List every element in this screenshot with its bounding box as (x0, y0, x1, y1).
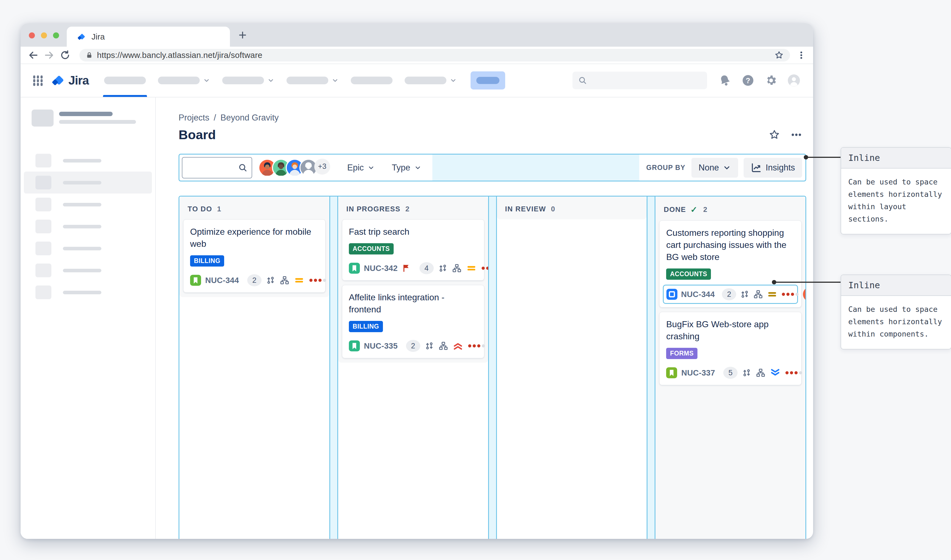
skeleton-bar (63, 225, 101, 228)
commits-icon (424, 341, 434, 351)
browser-toolbar: https://www.bancly.atlassian.net/jira/so… (21, 47, 813, 64)
board-column: IN PROGRESS2Fast trip searchACCOUNTSNUC-… (338, 197, 488, 539)
column-header: IN REVIEW0 (497, 197, 647, 219)
issue-label: BILLING (349, 321, 383, 332)
create-button-skeleton[interactable] (470, 71, 505, 89)
column-name: IN REVIEW (505, 205, 546, 213)
flag-icon (402, 263, 411, 273)
priority-lowest-icon (770, 367, 781, 378)
column-name: TO DO (188, 205, 212, 213)
skeleton-bar (158, 77, 200, 84)
sidebar-item-selected[interactable] (24, 172, 152, 194)
breadcrumb-projects-link[interactable]: Projects (179, 113, 209, 123)
sidebar-items (21, 149, 155, 303)
board-column: IN REVIEW0 (497, 197, 647, 539)
priority-medium-icon (466, 263, 477, 274)
browser-menu-icon[interactable] (797, 51, 806, 60)
board-search-input[interactable] (182, 157, 252, 178)
nav-skeleton-item[interactable] (405, 64, 457, 97)
zoom-window-button[interactable] (53, 32, 59, 38)
board-filter-bar: +3 Epic Type GROUP BY None (179, 154, 806, 182)
task-type-icon (666, 289, 677, 300)
issue-card[interactable]: BugFix BG Web-store app crashingFORMSNUC… (659, 312, 801, 385)
jira-favicon (77, 32, 86, 42)
star-board-icon[interactable] (768, 129, 780, 141)
global-search-input[interactable] (572, 72, 707, 89)
group-by-dropdown[interactable]: None (691, 158, 738, 178)
settings-gear-icon[interactable] (765, 74, 777, 87)
refresh-icon[interactable] (60, 50, 71, 61)
nav-skeleton-item[interactable] (158, 64, 210, 97)
forward-icon[interactable] (44, 50, 55, 61)
sidebar-item[interactable] (24, 282, 152, 303)
nav-skeleton-item[interactable] (104, 64, 146, 97)
issue-key: NUC-335 (364, 342, 398, 351)
done-check-icon: ✓ (690, 205, 698, 214)
issue-card[interactable]: Optimize experience for mobile webBILLIN… (183, 219, 325, 292)
commits-icon (740, 289, 750, 299)
skeleton-bar (351, 77, 393, 84)
sidebar-item[interactable] (24, 237, 152, 259)
column-header: DONE✓2 (655, 197, 805, 220)
back-icon[interactable] (28, 50, 39, 61)
project-header-skeleton (32, 109, 136, 126)
issue-label: ACCOUNTS (666, 268, 711, 280)
chevron-down-icon (203, 77, 210, 84)
issue-title: Affelite links integration - frontend (349, 291, 478, 315)
issue-key: NUC-344 (681, 290, 715, 299)
jira-logo[interactable]: Jira (51, 73, 89, 88)
column-gap-inline-highlight (329, 197, 338, 539)
issue-key: NUC-337 (681, 368, 715, 377)
sidebar-item[interactable] (24, 259, 152, 282)
issue-footer: NUC-3442 (190, 273, 319, 288)
nav-skeleton-item[interactable] (222, 64, 274, 97)
column-cards: Optimize experience for mobile webBILLIN… (179, 219, 329, 297)
browser-tab[interactable]: Jira (67, 27, 230, 47)
bookmark-star-icon[interactable] (774, 50, 784, 60)
help-icon[interactable]: ? (742, 74, 754, 87)
sidebar-item[interactable] (24, 215, 152, 237)
inline-space-highlight (432, 155, 639, 181)
app-switcher-icon[interactable] (32, 74, 44, 87)
board-column: TO DO1Optimize experience for mobile web… (179, 197, 329, 539)
issue-key: NUC-344 (205, 276, 239, 285)
subtasks-icon (452, 263, 462, 273)
issue-footer-inline-highlight: NUC-3442 (663, 285, 798, 304)
sidebar-item[interactable] (24, 194, 152, 215)
project-avatar-skeleton (32, 109, 54, 126)
issue-card[interactable]: Customers reporting shopping cart purcha… (659, 220, 801, 308)
nav-skeleton-item[interactable] (351, 64, 393, 97)
sidebar-item-icon-skeleton (35, 154, 51, 168)
window-controls (29, 32, 59, 38)
estimate-badge: 2 (722, 288, 736, 300)
board-page: Projects / Beyond Gravity Board (156, 97, 813, 539)
column-panel: DONE✓2Customers reporting shopping cart … (655, 197, 805, 539)
svg-text:?: ? (746, 77, 750, 85)
epic-filter-dropdown[interactable]: Epic (347, 163, 375, 173)
issue-label: ACCOUNTS (349, 243, 394, 254)
minimize-window-button[interactable] (41, 32, 47, 38)
breadcrumb-space-link[interactable]: Beyond Gravity (220, 113, 279, 123)
profile-avatar[interactable] (788, 74, 800, 86)
issue-card[interactable]: Fast trip searchACCOUNTSNUC-3424 (342, 219, 484, 280)
issue-title: Fast trip search (349, 226, 478, 238)
close-window-button[interactable] (29, 32, 35, 38)
appbar-nav (104, 64, 469, 97)
nav-skeleton-item[interactable] (287, 64, 339, 97)
insights-button[interactable]: Insights (744, 158, 802, 178)
sidebar-item[interactable] (24, 149, 152, 172)
estimate-badge: 4 (419, 262, 434, 274)
notifications-bell-icon[interactable] (718, 74, 731, 87)
issue-card[interactable]: Affelite links integration - frontendBIL… (342, 285, 484, 358)
sidebar-item-icon-skeleton (35, 286, 51, 299)
board-more-icon[interactable] (790, 129, 802, 141)
assignee-avatar[interactable] (803, 287, 806, 302)
address-bar[interactable]: https://www.bancly.atlassian.net/jira/so… (79, 49, 790, 62)
column-count: 2 (405, 205, 410, 213)
new-tab-button[interactable]: + (235, 27, 250, 43)
avatar-overflow-badge[interactable]: +3 (314, 158, 330, 175)
issue-title: Optimize experience for mobile web (190, 226, 319, 250)
column-header: IN PROGRESS2 (338, 197, 488, 219)
type-filter-dropdown[interactable]: Type (392, 163, 421, 173)
group-by-value: None (698, 163, 719, 173)
